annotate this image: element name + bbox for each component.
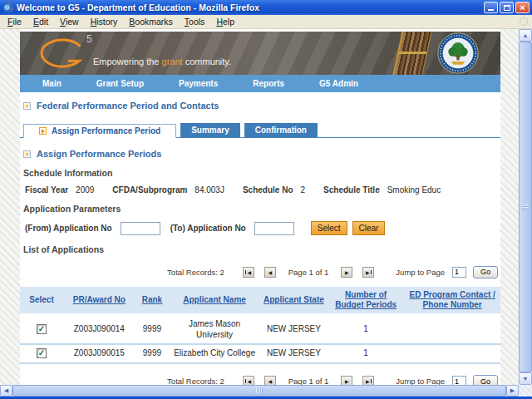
window-titlebar[interactable]: Welcome to G5 - Department of Education … xyxy=(0,0,532,15)
minimize-button[interactable] xyxy=(484,2,498,13)
cell-number-of-budget-periods: 1 xyxy=(328,315,404,345)
total-records-label: Total Records: 2 xyxy=(167,377,224,385)
menu-tools[interactable]: Tools xyxy=(179,16,211,27)
nav-item-main[interactable]: Main xyxy=(25,79,79,88)
window-title: Welcome to G5 - Department of Education … xyxy=(17,2,480,12)
window-controls: × xyxy=(484,2,530,13)
nav-item-reports[interactable]: Reports xyxy=(235,79,302,88)
column-header-label: PR/Award No xyxy=(73,295,126,304)
menu-view[interactable]: View xyxy=(54,16,85,27)
go-button[interactable]: Go xyxy=(473,375,498,385)
schedule-field-label-schedule-no: Schedule No xyxy=(243,185,293,195)
section-title: Assign Performance Periods xyxy=(37,149,161,159)
close-button[interactable]: × xyxy=(515,2,530,13)
next-page-icon[interactable]: ▶ xyxy=(341,376,352,385)
jump-to-page-input[interactable] xyxy=(452,376,466,385)
maximize-icon xyxy=(504,5,510,11)
pagination-top: Total Records: 2◀◀Page 1 of 1▶▶Jump to P… xyxy=(20,264,500,279)
jump-to-page-input[interactable] xyxy=(452,267,466,278)
tab-label: Confirmation xyxy=(255,126,307,135)
scroll-down-icon[interactable]: ▼ xyxy=(519,372,532,385)
g5-banner: 5 Empowering the grant community. xyxy=(20,32,500,75)
application-parameters-form: (From) Application No (To) Application N… xyxy=(25,221,500,235)
nav-item-payments[interactable]: Payments xyxy=(161,79,235,88)
 xyxy=(245,270,246,274)
cell-number-of-budget-periods: 1 xyxy=(328,344,404,363)
bookshelf-image xyxy=(392,32,431,75)
first-page-icon[interactable]: ◀ xyxy=(243,267,254,278)
cell-pr-award-no: Z003J090015 xyxy=(63,344,135,363)
schedule-field-label-schedule-title: Schedule Title xyxy=(323,185,380,195)
horizontal-scrollbar-thumb[interactable] xyxy=(12,385,506,397)
table-header-row: SelectPR/Award NoRankApplicant NameAppli… xyxy=(20,287,500,315)
menu-history[interactable]: History xyxy=(85,16,124,27)
firefox-icon xyxy=(2,2,13,13)
tab-summary[interactable]: Summary xyxy=(180,123,240,137)
column-header-applicant-state[interactable]: Applicant State xyxy=(260,287,328,315)
column-header-number-of-budget-periods[interactable]: Number of Budget Periods xyxy=(328,287,404,315)
schedule-field-value-schedule-no: 2 xyxy=(301,185,306,195)
scrollbar-corner xyxy=(519,385,532,397)
 xyxy=(371,270,372,274)
horizontal-scrollbar[interactable]: ◀ ▶ xyxy=(0,385,532,397)
menu-items: FileEditViewHistoryBookmarksToolsHelp xyxy=(2,17,240,27)
next-page-icon[interactable]: ▶ xyxy=(341,267,352,278)
column-header-ed-program-contact-phone-number[interactable]: ED Program Contact / Phone Number xyxy=(404,287,500,315)
previous-page-icon[interactable]: ◀ xyxy=(264,267,276,278)
first-page-icon[interactable]: ◀ xyxy=(243,376,254,385)
column-header-label: Applicant State xyxy=(264,295,324,304)
scroll-left-icon[interactable]: ◀ xyxy=(0,385,12,397)
cell-applicant-state: NEW JERSEY xyxy=(260,344,328,363)
tab-label: Assign Performance Period xyxy=(52,126,160,135)
pagination-bottom: Total Records: 2◀◀Page 1 of 1▶▶Jump to P… xyxy=(20,374,500,386)
column-header-pr-award-no[interactable]: PR/Award No xyxy=(63,287,135,315)
schedule-field-value-cfda-subprogram: 84.003J xyxy=(195,185,224,195)
cell-applicant-name: Elizabeth City College xyxy=(169,344,260,363)
cell-applicant-state: NEW JERSEY xyxy=(260,315,328,345)
go-button[interactable]: Go xyxy=(473,266,498,278)
banner-tagline: Empowering the grant community. xyxy=(93,57,231,66)
list-of-applications-heading: List of Applications xyxy=(23,244,500,254)
previous-page-icon[interactable]: ◀ xyxy=(264,376,276,385)
from-application-input[interactable] xyxy=(121,222,160,235)
to-application-input[interactable] xyxy=(254,222,294,235)
menu-file[interactable]: File xyxy=(2,16,27,27)
g5-logo-five: 5 xyxy=(86,33,92,45)
tab-assign-performance-period[interactable]: Assign Performance Period xyxy=(23,124,176,138)
scroll-up-icon[interactable]: ▲ xyxy=(519,29,532,42)
cell-rank: 9999 xyxy=(135,315,169,345)
last-page-icon[interactable]: ▶ xyxy=(362,267,374,278)
last-page-icon[interactable]: ▶ xyxy=(362,376,374,385)
vertical-scrollbar-thumb[interactable] xyxy=(519,42,532,372)
nav-item-g5-admin[interactable]: G5 Admin xyxy=(302,79,376,88)
select-button[interactable]: Select xyxy=(311,221,347,235)
clear-button[interactable]: Clear xyxy=(352,221,386,235)
firefox-window: Welcome to G5 - Department of Education … xyxy=(0,0,532,399)
tab-bar: Assign Performance PeriodSummaryConfirma… xyxy=(20,123,500,138)
tab-confirmation[interactable]: Confirmation xyxy=(244,123,318,137)
total-records-label: Total Records: 2 xyxy=(167,268,224,277)
nav-item-grant-setup[interactable]: Grant Setup xyxy=(79,79,161,88)
row-select-checkbox[interactable]: ✓ xyxy=(37,348,47,358)
menu-bookmarks[interactable]: Bookmarks xyxy=(123,16,179,27)
column-header-rank[interactable]: Rank xyxy=(135,287,169,315)
menu-edit[interactable]: Edit xyxy=(27,16,54,27)
applications-table: SelectPR/Award NoRankApplicant NameAppli… xyxy=(20,287,500,364)
column-header-select: Select xyxy=(20,287,63,315)
scroll-right-icon[interactable]: ▶ xyxy=(506,385,519,397)
maximize-button[interactable] xyxy=(500,2,514,13)
vertical-scrollbar[interactable]: ▲ ▼ xyxy=(519,29,532,385)
table-body: ✓Z003J0900149999James Mason UniversityNE… xyxy=(20,315,500,363)
bullet-square-icon xyxy=(23,102,31,110)
menu-bar: FileEditViewHistoryBookmarksToolsHelp xyxy=(0,15,532,29)
page-content: 5 Empowering the grant community. MainGr… xyxy=(20,29,500,385)
page-title-row: Federal Performance Period and Contacts xyxy=(23,101,500,111)
section-title-row: Assign Performance Periods xyxy=(23,149,500,159)
column-header-label: Rank xyxy=(142,295,162,304)
schedule-field-value-fiscal-year: 2009 xyxy=(76,185,94,195)
row-select-checkbox[interactable]: ✓ xyxy=(37,324,47,334)
bullet-square-icon xyxy=(23,150,31,158)
jump-to-page-label: Jump to Page xyxy=(396,268,445,277)
column-header-applicant-name[interactable]: Applicant Name xyxy=(169,287,260,315)
menu-help[interactable]: Help xyxy=(210,16,240,27)
